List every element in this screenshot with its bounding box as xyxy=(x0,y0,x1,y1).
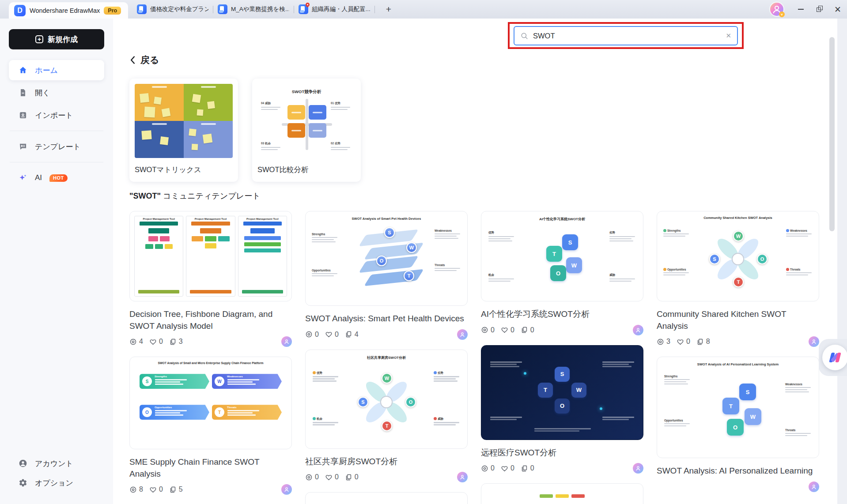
sidebar-item-home[interactable]: ホーム xyxy=(9,60,104,80)
community-card-shequ-kitchen[interactable]: 社区共享厨房SWOT分析 W S O T 优势 劣势 机会 威胁 xyxy=(305,350,468,483)
close-button[interactable]: ✕ xyxy=(828,0,847,19)
card-stats: 4 0 3 xyxy=(129,336,292,347)
author-avatar[interactable] xyxy=(809,336,819,347)
card-thumbnail: Project Management Tool Project Managem xyxy=(129,211,292,301)
copies-icon xyxy=(169,486,177,493)
sidebar-item-account[interactable]: アカウント xyxy=(9,454,104,473)
template-card-swot-matrix[interactable]: SWOTマトリックス xyxy=(129,79,238,182)
sidebar-divider xyxy=(10,162,103,162)
card-stats: 3 0 8 xyxy=(657,336,819,347)
card-thumbnail: SWOT Analysis of AI Personalized Learnin… xyxy=(657,357,819,458)
tab-edrawmax-home[interactable]: D Wondershare EdrawMax Pro xyxy=(9,2,128,19)
card-thumbnail: AI个性化学习系统SWOT分析 优势 劣势 机会 威胁 S T W O xyxy=(481,211,643,301)
card-title: SWOT Analysis: AI Personalized Learning xyxy=(657,465,819,477)
author-avatar[interactable] xyxy=(633,463,643,474)
search-clear-icon[interactable]: ✕ xyxy=(726,32,731,40)
author-avatar[interactable] xyxy=(457,472,468,482)
card-thumbnail: Community Shared Kitchen SWOT Analysis W… xyxy=(657,211,819,301)
author-avatar[interactable] xyxy=(457,329,468,340)
vip-crown-badge: v xyxy=(779,11,785,17)
search-input[interactable] xyxy=(533,32,721,40)
views-icon xyxy=(657,338,664,346)
next-row-card-sliver[interactable] xyxy=(305,492,468,504)
card-thumbnail: S T W O xyxy=(481,345,643,440)
plus-icon: + xyxy=(35,35,43,43)
document-icon xyxy=(218,4,227,14)
sidebar-item-open[interactable]: 開く xyxy=(9,83,104,103)
minimize-button[interactable] xyxy=(791,0,810,19)
likes-icon[interactable] xyxy=(149,486,157,493)
template-name: SWOT比較分析 xyxy=(257,158,355,182)
edrawmax-logo-icon: D xyxy=(14,5,26,16)
community-card-ai-personalized-cn[interactable]: AI个性化学习系统SWOT分析 优势 劣势 机会 威胁 S T W O AI个性… xyxy=(481,211,643,335)
community-card-ai-learning-en[interactable]: SWOT Analysis of AI Personalized Learnin… xyxy=(657,357,819,492)
card-stats: 0 0 0 xyxy=(305,472,468,482)
tab-document-3[interactable]: 組織再編・人員配置... xyxy=(294,0,374,19)
card-thumbnail: 社区共享厨房SWOT分析 W S O T 优势 劣势 机会 威胁 xyxy=(305,350,468,449)
home-icon xyxy=(19,66,27,75)
swot-comparison-thumbnail: SWOT競争分析 04 威胁 01 优势 03 机会 02 劣势 xyxy=(257,84,355,158)
community-card-sme-supply-chain[interactable]: SWOT Analysis of Small and Micro Enterpr… xyxy=(129,357,292,495)
new-tab-button[interactable]: + xyxy=(381,2,396,17)
hot-badge: HOT xyxy=(49,174,68,182)
copies-icon xyxy=(521,465,528,472)
views-icon xyxy=(305,474,313,481)
card-title: AI个性化学习系统SWOT分析 xyxy=(481,308,643,320)
author-avatar[interactable] xyxy=(281,484,292,495)
card-title: Decision Tree, Fishbone Diagram, and SWO… xyxy=(129,308,292,332)
template-name: SWOTマトリックス xyxy=(135,158,233,182)
main-content: 戻る xyxy=(113,19,847,504)
views-icon xyxy=(481,465,488,472)
swot-matrix-thumbnail xyxy=(135,84,233,158)
copies-icon xyxy=(169,338,177,346)
tab-document-2[interactable]: M_Aや業務提携を検... xyxy=(213,0,294,19)
import-icon xyxy=(19,111,27,120)
likes-icon[interactable] xyxy=(501,326,508,334)
author-avatar[interactable] xyxy=(633,325,643,335)
scrollbar-thumb[interactable] xyxy=(829,37,835,231)
likes-icon[interactable] xyxy=(149,338,157,346)
views-icon xyxy=(305,331,313,338)
community-card-smart-pet[interactable]: SWOT Analysis of Smart Pet Health Device… xyxy=(305,211,468,340)
app-title: Wondershare EdrawMax xyxy=(30,7,100,14)
file-icon xyxy=(19,88,27,97)
next-row-card-sliver[interactable] xyxy=(481,483,643,504)
back-button[interactable]: 戻る xyxy=(129,54,159,66)
card-title: SME Supply Chain Finance SWOT Analysis xyxy=(129,456,292,480)
author-avatar[interactable] xyxy=(281,336,292,347)
copies-icon xyxy=(696,338,704,346)
card-stats xyxy=(657,481,819,492)
views-icon xyxy=(129,486,137,493)
community-card-decision-tree[interactable]: Project Management Tool Project Managem xyxy=(129,211,292,347)
search-icon xyxy=(520,32,529,40)
search-box[interactable]: ✕ xyxy=(514,26,738,45)
sidebar-item-ai[interactable]: AI HOT xyxy=(9,168,104,188)
chevron-left-icon xyxy=(129,56,136,64)
pro-badge: Pro xyxy=(104,7,121,15)
likes-icon[interactable] xyxy=(325,331,333,338)
card-stats: 0 0 0 xyxy=(481,325,643,335)
sidebar-item-options[interactable]: オプション xyxy=(9,473,104,493)
sidebar-item-templates[interactable]: テンプレート xyxy=(9,136,104,157)
ai-sparkle-icon xyxy=(19,173,27,182)
likes-icon[interactable] xyxy=(325,474,333,481)
card-thumbnail: SWOT Analysis of Small and Micro Enterpr… xyxy=(129,357,292,449)
template-card-swot-comparison[interactable]: SWOT競争分析 04 威胁 01 优势 03 机会 02 劣势 SWOT比較分… xyxy=(252,79,361,182)
user-avatar[interactable]: v xyxy=(770,3,783,16)
account-icon xyxy=(19,459,27,468)
copies-icon xyxy=(345,474,352,481)
copies-icon xyxy=(345,331,352,338)
document-pin-icon xyxy=(299,4,308,14)
sidebar-item-import[interactable]: インポート xyxy=(9,105,104,125)
copies-icon xyxy=(521,326,528,334)
tab-document-1[interactable]: 価格改定や料金プラン... xyxy=(132,0,213,19)
community-card-telemedicine[interactable]: S T W O 远程医疗SWOT分析 0 0 xyxy=(481,345,643,474)
community-card-community-kitchen[interactable]: Community Shared Kitchen SWOT Analysis W… xyxy=(657,211,819,347)
new-document-button[interactable]: + 新規作成 xyxy=(9,29,104,49)
card-stats: 0 0 0 xyxy=(481,463,643,474)
maximize-restore-button[interactable] xyxy=(810,0,828,19)
likes-icon[interactable] xyxy=(677,338,684,346)
ai-assistant-fab[interactable] xyxy=(819,339,847,376)
author-avatar[interactable] xyxy=(809,481,819,492)
likes-icon[interactable] xyxy=(501,465,508,472)
